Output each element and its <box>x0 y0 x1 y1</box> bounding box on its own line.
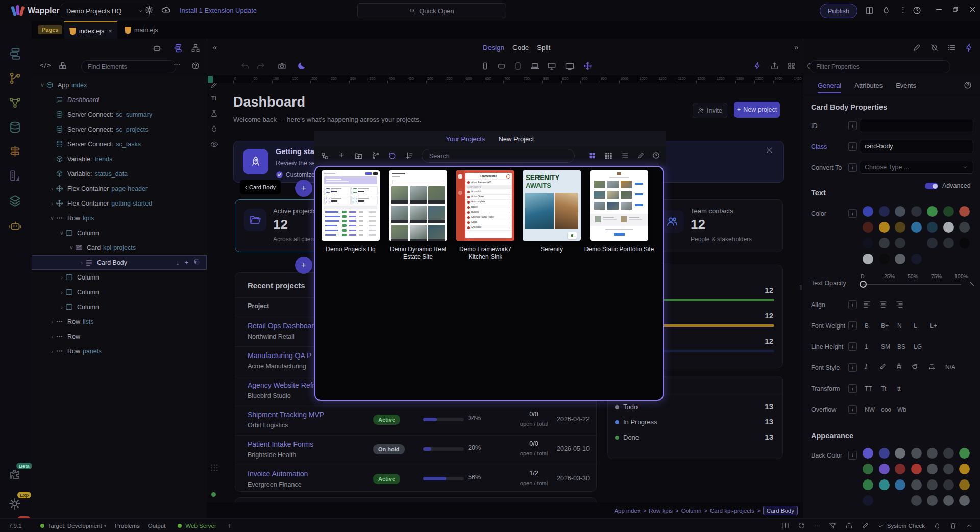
project-selector[interactable]: Demo Projects HQ <box>61 4 150 18</box>
text-tool-icon[interactable]: TI <box>211 95 216 102</box>
option-ooo[interactable]: ooo <box>881 406 891 413</box>
code-icon[interactable]: </> <box>40 62 51 69</box>
color-swatch[interactable] <box>895 222 905 233</box>
resources-rail-icon[interactable] <box>9 169 21 182</box>
edit-icon[interactable] <box>913 43 921 52</box>
new-folder-icon[interactable] <box>354 151 363 160</box>
option-LG[interactable]: LG <box>914 343 922 350</box>
style-tool-icon[interactable] <box>210 125 218 133</box>
option-tt[interactable]: tt <box>897 385 901 392</box>
file-tab-index.ejs[interactable]: index.ejs× <box>64 21 117 40</box>
layers-rail-icon[interactable] <box>9 194 21 207</box>
help-icon[interactable] <box>913 6 921 15</box>
git-rail-icon[interactable] <box>9 72 21 85</box>
banner-check-item[interactable]: Customize t <box>286 171 318 179</box>
color-swatch[interactable] <box>879 448 890 459</box>
system-check-button[interactable]: System Check <box>878 522 925 529</box>
responsive-move-icon[interactable] <box>583 62 592 70</box>
color-swatch[interactable] <box>911 206 922 217</box>
flask-tool-icon[interactable] <box>210 110 218 117</box>
cloud-download-icon[interactable] <box>161 6 170 15</box>
props-tab-help-icon[interactable] <box>964 81 972 89</box>
option-N[interactable]: N <box>897 322 902 330</box>
option-BS[interactable]: BS <box>897 343 905 350</box>
extension-update-link[interactable]: Install 1 Extension Update <box>180 7 257 14</box>
project-name[interactable]: Demo Static Portfolio Site <box>583 246 655 253</box>
props-tab-events[interactable]: Events <box>896 82 916 93</box>
option-SM[interactable]: SM <box>881 343 890 350</box>
option-Tt[interactable]: Tt <box>881 385 887 392</box>
project-name[interactable]: Demo Dynamic Real Estate Site <box>382 246 454 261</box>
tree-item[interactable]: ›Flex Containergetting-started <box>32 196 224 211</box>
history-icon[interactable] <box>388 151 397 160</box>
color-swatch[interactable] <box>943 448 954 459</box>
tree-item[interactable]: Server Connect:sc_tasks <box>32 137 224 151</box>
device-tablet-icon[interactable] <box>513 62 522 70</box>
more-menu-icon[interactable]: ⋮ <box>899 5 907 14</box>
drag-grid-icon[interactable] <box>210 463 219 472</box>
opacity-slider-knob[interactable] <box>860 281 867 288</box>
file-tab-main.ejs[interactable]: main.ejs <box>119 21 163 39</box>
tab-code[interactable]: Code <box>512 44 529 52</box>
color-swatch[interactable] <box>863 254 873 264</box>
font-style-na[interactable]: N/A <box>945 364 955 371</box>
project-search-input[interactable]: Search <box>422 149 575 163</box>
option-1[interactable]: 1 <box>865 343 868 350</box>
highlight-icon[interactable] <box>879 363 887 370</box>
popup-help-icon[interactable] <box>652 151 660 159</box>
color-swatch[interactable] <box>863 479 873 490</box>
status-nodes-icon[interactable] <box>829 522 837 529</box>
project-name[interactable]: Demo Projects Hq <box>315 246 386 253</box>
pages-badge[interactable]: Pages <box>38 25 62 34</box>
open-browser-icon[interactable] <box>770 62 779 70</box>
theme-droplet-icon[interactable] <box>882 6 890 14</box>
color-swatch[interactable] <box>927 479 938 490</box>
color-swatch[interactable] <box>911 495 922 506</box>
color-swatch[interactable] <box>911 479 922 490</box>
tree-item[interactable]: ›Flex Containerpage-header <box>32 181 224 196</box>
breadcrumb-part[interactable]: Row kpis <box>649 508 673 514</box>
tree-item[interactable]: ›Row <box>32 329 224 344</box>
color-swatch[interactable] <box>895 464 905 474</box>
workflows-rail-icon[interactable] <box>9 96 21 109</box>
sort-az-icon[interactable] <box>405 151 413 160</box>
project-thumbnail-f7[interactable]: Framework7About Framework7›COMPONENTSAcc… <box>456 170 514 241</box>
status-trash-icon[interactable] <box>949 522 957 529</box>
add-element-button[interactable]: + <box>295 180 312 197</box>
opacity-tick[interactable]: 50% <box>908 273 918 280</box>
align-right-icon[interactable] <box>895 300 904 309</box>
device-desktop-icon[interactable] <box>547 62 556 71</box>
add-project-icon[interactable]: + <box>339 150 344 160</box>
ai-rail-icon[interactable] <box>9 219 22 233</box>
breadcrumb-current[interactable]: Card Body <box>763 506 798 515</box>
panel-toggle-icon[interactable] <box>781 522 789 529</box>
output-button[interactable]: Output <box>148 523 166 529</box>
breadcrumb-part[interactable]: Column <box>681 508 702 514</box>
color-swatch[interactable] <box>943 464 954 474</box>
props-tab-general[interactable]: General <box>818 82 841 93</box>
target-selector[interactable]: Target: Development <box>48 523 102 529</box>
opacity-tick[interactable]: D <box>861 273 865 280</box>
tree-item[interactable]: ∨Rowkpis <box>32 211 224 225</box>
tree-item[interactable]: ›Card Body↓+ <box>32 255 207 270</box>
color-swatch[interactable] <box>895 479 905 490</box>
props-tab-attributes[interactable]: Attributes <box>854 82 883 93</box>
add-target-icon[interactable]: + <box>228 522 232 530</box>
italic-icon[interactable]: I <box>865 362 867 371</box>
list-view-icon[interactable] <box>947 43 956 52</box>
tree-item[interactable]: ∨Appindex <box>32 78 214 92</box>
dynamic-data-icon[interactable] <box>753 62 762 70</box>
rename-icon[interactable] <box>637 151 645 159</box>
color-swatch[interactable] <box>863 448 873 459</box>
tree-item[interactable]: ›Column <box>32 270 233 285</box>
tree-item[interactable]: Variable:status_data <box>32 166 224 181</box>
small-grid-view-icon[interactable] <box>604 151 612 160</box>
id-input[interactable] <box>860 119 973 132</box>
close-tab-icon[interactable]: × <box>108 28 112 35</box>
hand-style-icon[interactable] <box>912 363 919 370</box>
large-grid-view-icon[interactable] <box>588 151 596 160</box>
tree-help-icon[interactable] <box>191 62 200 70</box>
color-swatch[interactable] <box>943 479 954 490</box>
color-swatch[interactable] <box>895 254 905 264</box>
color-swatch[interactable] <box>959 448 970 459</box>
